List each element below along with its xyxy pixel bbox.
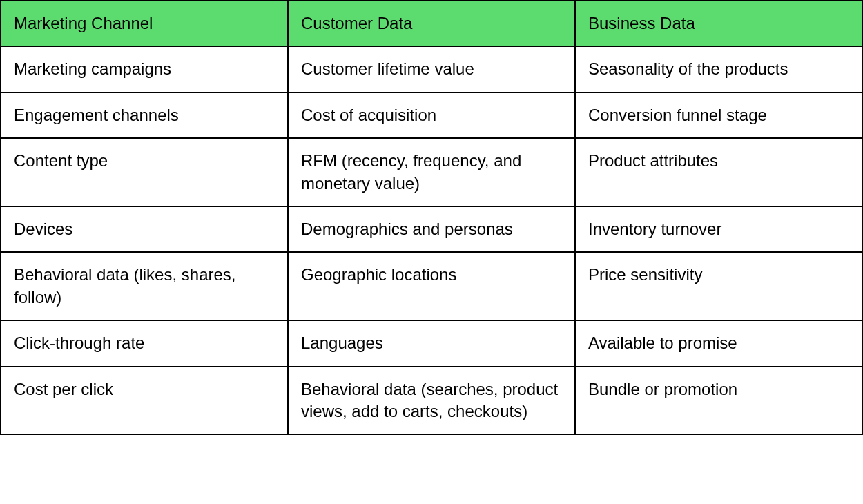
- cell-business-data: Price sensitivity: [575, 252, 862, 320]
- cell-customer-data: Cost of acquisition: [288, 93, 575, 138]
- table-row: Content type RFM (recency, frequency, an…: [1, 138, 862, 206]
- table-row: Cost per click Behavioral data (searches…: [1, 367, 862, 435]
- cell-marketing-channel: Engagement channels: [1, 93, 288, 138]
- cell-marketing-channel: Cost per click: [1, 367, 288, 435]
- cell-customer-data: Behavioral data (searches, product views…: [288, 367, 575, 435]
- cell-marketing-channel: Devices: [1, 206, 288, 252]
- cell-business-data: Available to promise: [575, 320, 862, 366]
- cell-customer-data: Demographics and personas: [288, 206, 575, 252]
- table-row: Behavioral data (likes, shares, follow) …: [1, 252, 862, 320]
- cell-customer-data: Languages: [288, 320, 575, 366]
- header-customer-data: Customer Data: [288, 1, 575, 46]
- header-business-data: Business Data: [575, 1, 862, 46]
- header-marketing-channel: Marketing Channel: [1, 1, 288, 46]
- cell-customer-data: RFM (recency, frequency, and monetary va…: [288, 138, 575, 206]
- table-row: Marketing campaigns Customer lifetime va…: [1, 46, 862, 92]
- table-row: Click-through rate Languages Available t…: [1, 320, 862, 366]
- table-header-row: Marketing Channel Customer Data Business…: [1, 1, 862, 46]
- cell-business-data: Seasonality of the products: [575, 46, 862, 92]
- table-row: Engagement channels Cost of acquisition …: [1, 93, 862, 138]
- data-category-table: Marketing Channel Customer Data Business…: [0, 0, 863, 435]
- cell-customer-data: Geographic locations: [288, 252, 575, 320]
- cell-marketing-channel: Click-through rate: [1, 320, 288, 366]
- cell-business-data: Inventory turnover: [575, 206, 862, 252]
- cell-customer-data: Customer lifetime value: [288, 46, 575, 92]
- table-body: Marketing campaigns Customer lifetime va…: [1, 46, 862, 434]
- cell-business-data: Bundle or promotion: [575, 367, 862, 435]
- table-header: Marketing Channel Customer Data Business…: [1, 1, 862, 46]
- cell-business-data: Product attributes: [575, 138, 862, 206]
- cell-marketing-channel: Behavioral data (likes, shares, follow): [1, 252, 288, 320]
- cell-marketing-channel: Marketing campaigns: [1, 46, 288, 92]
- cell-business-data: Conversion funnel stage: [575, 93, 862, 138]
- table-row: Devices Demographics and personas Invent…: [1, 206, 862, 252]
- cell-marketing-channel: Content type: [1, 138, 288, 206]
